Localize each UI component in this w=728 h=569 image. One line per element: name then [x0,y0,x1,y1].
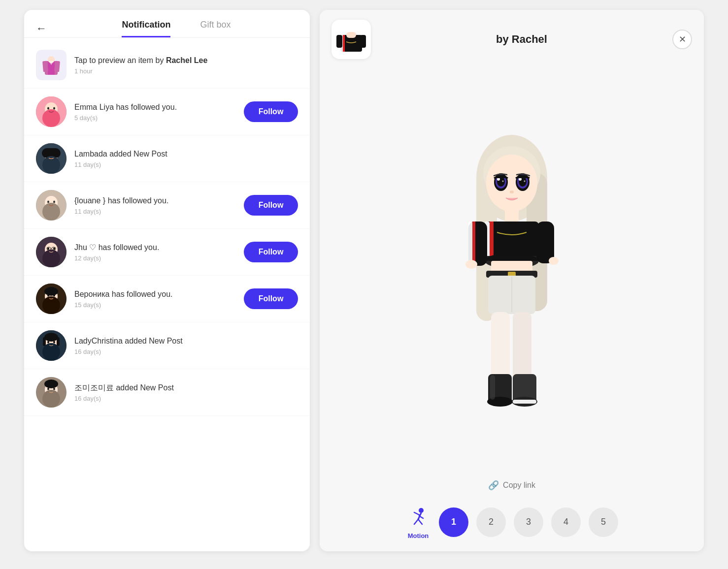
notif-main-preview: Tap to preview an item by Rachel Lee [74,55,298,66]
svg-rect-87 [491,312,510,381]
svg-point-26 [53,248,55,250]
left-header: ← Notification Gift box [24,10,310,37]
right-footer: Motion 1 2 3 4 5 [320,497,704,551]
right-header: by Rachel ✕ [320,10,704,69]
notif-main-korean: 조미조미료 added New Post [74,382,298,393]
notif-main-veronika: Вероника has followed you. [74,289,236,300]
svg-rect-79 [472,221,475,266]
svg-rect-43 [57,337,60,346]
svg-point-10 [53,107,55,110]
notif-text-korean: 조미조미료 added New Post 16 day(s) [74,382,298,402]
svg-rect-52 [343,35,345,52]
svg-rect-3 [54,61,60,72]
num-button-5[interactable]: 5 [589,507,618,537]
notif-text-jhu: Jhu ♡ has followed you. 12 day(s) [74,242,236,262]
avatar-lambada [36,143,66,174]
avatar-veronika-svg [36,284,66,314]
svg-rect-55 [346,32,356,38]
svg-point-15 [47,154,49,157]
notif-time-korean: 16 day(s) [74,395,298,402]
num-button-2[interactable]: 2 [476,507,506,537]
notif-main-jhu: Jhu ♡ has followed you. [74,242,236,253]
svg-rect-78 [468,221,472,266]
num-button-1[interactable]: 1 [439,507,468,537]
avatar-ladychristina-svg [36,330,66,361]
avatar-louane [36,190,66,221]
follow-button-emma[interactable]: Follow [244,101,298,122]
svg-point-9 [47,107,49,110]
notif-time-preview: 1 hour [74,67,298,75]
notif-item-korean[interactable]: 조미조미료 added New Post 16 day(s) [24,369,310,416]
svg-point-60 [486,155,537,212]
notif-main-emma: Emma Liya has followed you. [74,102,236,113]
copy-link-label: Copy link [503,481,535,490]
link-icon: 🔗 [488,480,499,491]
svg-point-70 [524,180,526,182]
motion-icon [405,505,431,530]
notif-item-emma[interactable]: Emma Liya has followed you. 5 day(s) Fol… [24,89,310,135]
avatar-veronika [36,284,66,314]
motion-icon-wrap[interactable]: Motion [405,505,431,539]
avatar-emma-svg [36,96,66,127]
svg-line-102 [418,519,422,524]
svg-line-99 [414,512,419,515]
num-button-3[interactable]: 3 [514,507,543,537]
right-panel: by Rachel ✕ [320,10,704,551]
avatar-jhu-svg [36,237,66,267]
notif-text-louane: {louane } has followed you. 11 day(s) [74,195,236,215]
motion-label: Motion [408,532,429,539]
right-panel-title: by Rachel [371,33,672,46]
notif-item-lambada[interactable]: Lambada added New Post 11 day(s) [24,135,310,182]
follow-button-louane[interactable]: Follow [244,195,298,216]
left-panel: ← Notification Gift box [24,10,310,551]
svg-rect-91 [490,375,495,400]
avatar-korean [36,377,66,408]
svg-point-65 [502,180,504,182]
avatar-3d-svg [433,129,591,414]
svg-line-101 [414,519,418,524]
notif-main-louane: {louane } has followed you. [74,195,236,206]
avatar-emma [36,96,66,127]
svg-point-20 [47,201,49,203]
notif-time-lambada: 11 day(s) [74,161,298,168]
outfit-svg [39,51,64,79]
notif-time-jhu: 12 day(s) [74,254,236,262]
avatar-ladychristina [36,330,66,361]
avatar-korean-svg [36,377,66,408]
notif-item-jhu[interactable]: Jhu ♡ has followed you. 12 day(s) Follow [24,229,310,276]
svg-point-16 [53,154,55,157]
notif-text-emma: Emma Liya has followed you. 5 day(s) [74,102,236,122]
back-button[interactable]: ← [36,23,47,34]
tab-giftbox[interactable]: Gift box [200,20,231,37]
close-button[interactable]: ✕ [672,30,692,49]
num-button-4[interactable]: 4 [551,507,581,537]
notif-text-veronika: Вероника has followed you. 15 day(s) [74,289,236,309]
avatar-lambada-svg [36,143,66,174]
svg-rect-94 [513,400,536,404]
notif-item-ladychristina[interactable]: LadyChristina added New Post 16 day(s) [24,322,310,369]
notif-text-lambada: Lambada added New Post 11 day(s) [74,149,298,168]
follow-button-veronika[interactable]: Follow [244,288,298,309]
thumbnail-svg [336,23,366,56]
svg-rect-88 [513,312,531,381]
svg-point-21 [53,201,55,203]
notif-text-preview: Tap to preview an item by Rachel Lee 1 h… [74,55,298,75]
notif-item-preview[interactable]: Tap to preview an item by Rachel Lee 1 h… [24,42,310,89]
follow-button-jhu[interactable]: Follow [244,242,298,262]
notif-item-veronika[interactable]: Вероника has followed you. 15 day(s) Fol… [24,276,310,322]
svg-point-95 [465,260,477,269]
copy-link-row[interactable]: 🔗 Copy link [320,474,704,497]
svg-rect-2 [42,61,48,72]
tab-notification[interactable]: Notification [122,20,170,37]
notif-item-louane[interactable]: {louane } has followed you. 11 day(s) Fo… [24,182,310,229]
svg-point-71 [510,190,514,193]
svg-rect-80 [536,221,554,263]
notification-list: Tap to preview an item by Rachel Lee 1 h… [24,38,310,420]
svg-point-25 [47,248,49,250]
avatar-showcase [320,69,704,474]
notif-time-louane: 11 day(s) [74,208,236,215]
svg-point-96 [549,257,559,265]
notif-time-emma: 5 day(s) [74,114,236,122]
svg-rect-75 [490,221,494,261]
notif-text-ladychristina: LadyChristina added New Post 16 day(s) [74,336,298,355]
